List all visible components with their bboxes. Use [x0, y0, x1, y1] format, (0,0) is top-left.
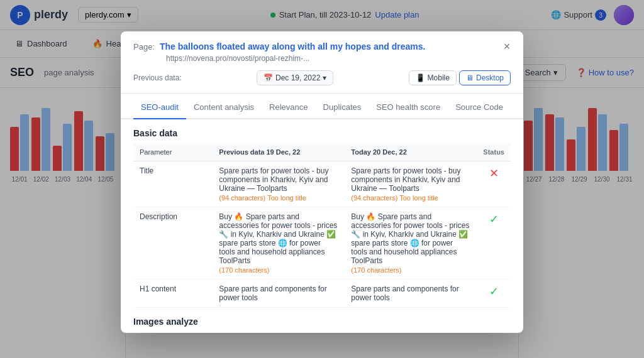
prev-title-text: Spare parts for power tools - buy compon… — [213, 161, 345, 207]
images-analyze-section: Images analyze — [133, 308, 511, 329]
modal-body: Basic data Parameter Previous data 19 De… — [121, 119, 523, 333]
basic-data-table: Parameter Previous data 19 Dec, 22 Today… — [133, 143, 511, 308]
table-row: Description Buy 🔥 Spare parts and access… — [133, 207, 511, 279]
col-status: Status — [477, 143, 511, 161]
desktop-icon: 🖥 — [466, 73, 474, 82]
modal-dialog: Page: The balloons floated away along wi… — [121, 31, 523, 333]
modal-page-title: The balloons floated away along with all… — [160, 41, 425, 52]
modal-overlay: Page: The balloons floated away along wi… — [0, 0, 644, 358]
today-title-value: Spare parts for power tools - buy compon… — [351, 166, 460, 193]
col-today: Today 20 Dec, 22 — [345, 143, 477, 161]
tab-seo-health[interactable]: SEO health score — [369, 96, 448, 118]
param-h1: H1 content — [133, 279, 213, 308]
tab-relevance[interactable]: Relevance — [262, 96, 315, 118]
modal-prev-row: Previous data: 📅 Dec 19, 2022 ▾ 📱 Mobile… — [133, 70, 511, 85]
device-buttons: 📱 Mobile 🖥 Desktop — [409, 70, 511, 85]
modal-tabs: SEO-audit Content analysis Relevance Dup… — [121, 96, 523, 119]
table-row: Title Spare parts for power tools - buy … — [133, 161, 511, 207]
col-previous: Previous data 19 Dec, 22 — [213, 143, 345, 161]
modal-page-label: Page: — [133, 42, 155, 52]
modal-page-info: Page: The balloons floated away along wi… — [133, 41, 511, 52]
status-h1: ✓ — [477, 279, 511, 308]
table-header-row: Parameter Previous data 19 Dec, 22 Today… — [133, 143, 511, 161]
tab-seo-audit[interactable]: SEO-audit — [133, 96, 186, 118]
prev-title-note: (94 characters) Too long title — [219, 194, 338, 202]
chevron-down-icon: ▾ — [323, 73, 326, 82]
desktop-label: Desktop — [476, 73, 504, 82]
today-title-text: Spare parts for power tools - buy compon… — [345, 161, 477, 207]
modal-prev-label: Previous data: — [133, 73, 182, 82]
today-h1-text: Spare parts and components for power too… — [345, 279, 477, 308]
param-description: Description — [133, 207, 213, 279]
modal-close-button[interactable]: × — [499, 39, 514, 54]
modal-header: Page: The balloons floated away along wi… — [121, 31, 523, 94]
modal-page-url: https://novena.pro/novosti/propal-rezhim… — [166, 54, 511, 63]
prev-title-value: Spare parts for power tools - buy compon… — [219, 166, 328, 193]
col-parameter: Parameter — [133, 143, 213, 161]
status-check-icon: ✓ — [489, 213, 499, 225]
basic-data-section: Basic data — [133, 119, 511, 143]
param-title: Title — [133, 161, 213, 207]
desktop-button[interactable]: 🖥 Desktop — [459, 70, 511, 85]
status-description: ✓ — [477, 207, 511, 279]
prev-desc-text: Buy 🔥 Spare parts and accessories for po… — [213, 207, 345, 279]
tab-content-analysis[interactable]: Content analysis — [186, 96, 262, 118]
calendar-icon: 📅 — [264, 73, 273, 82]
date-value: Dec 19, 2022 — [275, 73, 320, 82]
today-desc-value: Buy 🔥 Spare parts and accessories for po… — [351, 212, 469, 265]
today-desc-note: (170 characters) — [351, 266, 470, 274]
mobile-icon: 📱 — [416, 73, 425, 82]
table-row: H1 content Spare parts and components fo… — [133, 279, 511, 308]
mobile-label: Mobile — [428, 73, 450, 82]
status-title: ✕ — [477, 161, 511, 207]
tab-source-code[interactable]: Source Code — [448, 96, 511, 118]
date-picker[interactable]: 📅 Dec 19, 2022 ▾ — [257, 70, 333, 85]
prev-desc-note: (170 characters) — [219, 266, 338, 274]
today-title-note: (94 characters) Too long title — [351, 194, 470, 202]
tab-duplicates[interactable]: Duplicates — [316, 96, 369, 118]
status-check-icon-2: ✓ — [489, 285, 499, 298]
mobile-button[interactable]: 📱 Mobile — [409, 70, 457, 85]
prev-desc-value: Buy 🔥 Spare parts and accessories for po… — [219, 212, 337, 265]
prev-h1-text: Spare parts and components for power too… — [213, 279, 345, 308]
today-desc-text: Buy 🔥 Spare parts and accessories for po… — [345, 207, 477, 279]
status-x-icon: ✕ — [489, 167, 499, 180]
